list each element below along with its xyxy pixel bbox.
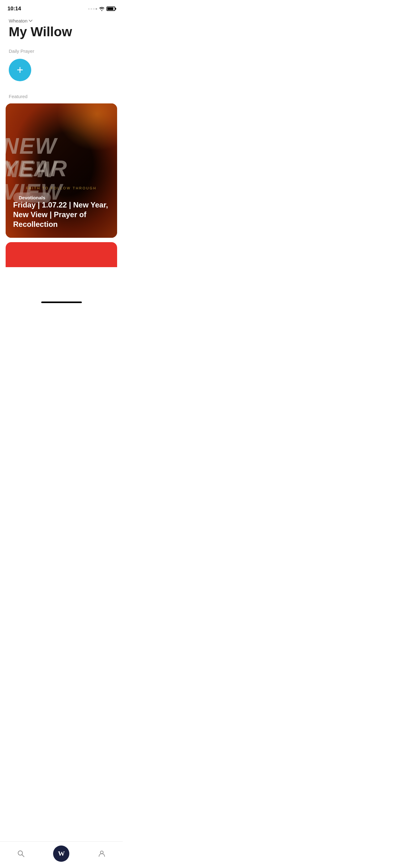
page-title: My Willow	[9, 25, 114, 39]
wifi-icon	[99, 6, 105, 11]
home-indicator	[41, 302, 82, 303]
signal-icon	[88, 8, 97, 10]
daily-prayer-label: Daily Prayer	[0, 49, 123, 54]
header: Wheaton My Willow	[0, 16, 123, 39]
featured-card[interactable]: NEW YEAR NEW VIEW FAITH TO FOLLOW THROUG…	[6, 103, 117, 238]
add-prayer-button[interactable]: +	[9, 59, 31, 81]
card-sub-text: FAITH TO FOLLOW THROUGH	[6, 186, 117, 190]
battery-icon	[106, 6, 115, 11]
card-title: Friday | 1.07.22 | New Year, New View | …	[13, 200, 110, 229]
chevron-down-icon	[29, 20, 32, 22]
featured-label: Featured	[0, 94, 123, 99]
status-icons	[88, 6, 115, 11]
location-selector[interactable]: Wheaton	[9, 18, 114, 24]
location-text: Wheaton	[9, 18, 28, 24]
status-bar: 10:14	[0, 0, 123, 16]
status-time: 10:14	[7, 6, 21, 12]
daily-prayer-section: Daily Prayer +	[0, 49, 123, 81]
featured-section: Featured NEW YEAR NEW VIEW FAITH TO FOLL…	[0, 94, 123, 267]
next-card-preview[interactable]	[6, 242, 117, 267]
plus-icon: +	[16, 64, 23, 75]
